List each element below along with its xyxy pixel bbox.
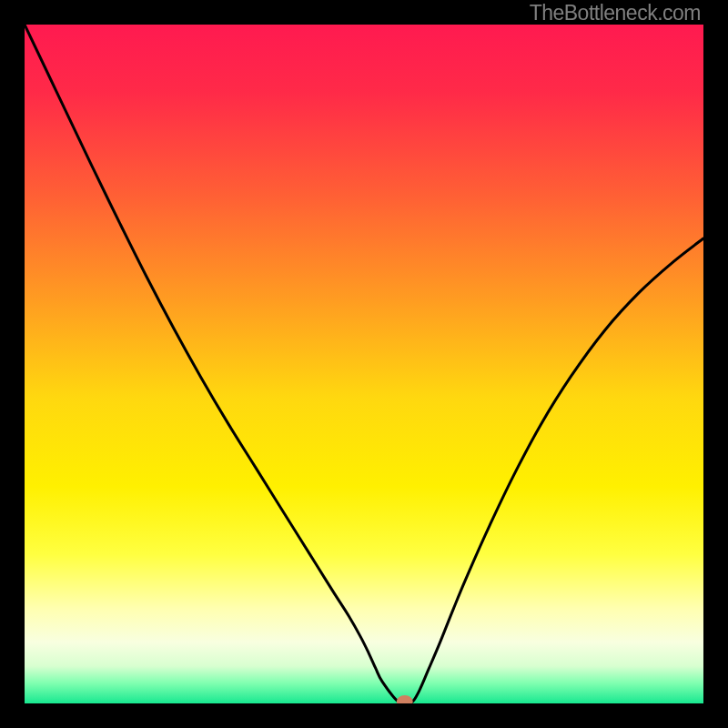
watermark-text: TheBottleneck.com [530,1,701,25]
chart-frame: TheBottleneck.com [0,0,728,728]
gradient-background [25,25,703,703]
chart-svg [25,25,703,703]
plot-area [25,25,703,703]
